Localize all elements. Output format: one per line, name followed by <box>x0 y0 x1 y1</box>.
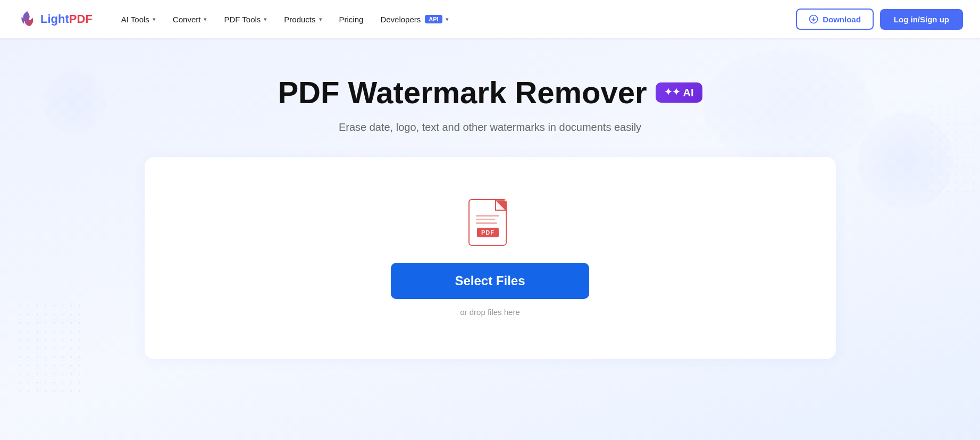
api-badge: API <box>425 15 442 23</box>
chevron-down-icon: ▾ <box>446 16 449 23</box>
hero-section: PDF Watermark Remover ✦✦ AI Erase date, … <box>0 38 980 440</box>
navbar: LightPDF AI Tools ▾ Convert ▾ PDF Tools … <box>0 0 980 38</box>
page-title: PDF Watermark Remover ✦✦ AI <box>278 76 702 110</box>
nav-item-pricing[interactable]: Pricing <box>332 11 371 28</box>
page-header: PDF Watermark Remover ✦✦ AI Erase date, … <box>278 38 702 134</box>
logo-icon <box>17 9 37 29</box>
dots-grid-right <box>927 102 980 209</box>
chevron-down-icon: ▾ <box>204 16 207 23</box>
nav-items: AI Tools ▾ Convert ▾ PDF Tools ▾ Product… <box>114 11 796 28</box>
login-button[interactable]: Log in/Sign up <box>880 9 963 30</box>
chevron-down-icon: ▾ <box>264 16 267 23</box>
chevron-down-icon: ▾ <box>319 16 322 23</box>
logo-text: LightPDF <box>40 12 93 26</box>
nav-item-convert[interactable]: Convert ▾ <box>165 11 215 28</box>
drop-zone[interactable]: PDF Select Files or drop files here <box>145 157 836 359</box>
pdf-file-icon: PDF <box>468 199 511 250</box>
pdf-line-3 <box>476 222 497 224</box>
pdf-label: PDF <box>477 228 499 237</box>
nav-item-ai-tools[interactable]: AI Tools ▾ <box>114 11 163 28</box>
download-button[interactable]: Download <box>796 9 874 30</box>
page-subtitle: Erase date, logo, text and other waterma… <box>278 121 702 134</box>
drop-inner: PDF Select Files or drop files here <box>370 167 610 348</box>
drop-hint: or drop files here <box>460 308 520 317</box>
nav-item-pdf-tools[interactable]: PDF Tools ▾ <box>216 11 274 28</box>
pdf-line-2 <box>476 219 495 220</box>
blob-decoration-1 <box>703 49 874 166</box>
nav-item-developers[interactable]: Developers API ▾ <box>373 11 456 28</box>
sparkle-icon: ✦✦ <box>664 87 680 98</box>
chevron-down-icon: ▾ <box>153 16 156 23</box>
blob-decoration-2 <box>858 113 953 209</box>
logo[interactable]: LightPDF <box>17 9 93 29</box>
blob-decoration-3 <box>43 70 106 134</box>
dots-grid-left <box>16 302 80 397</box>
select-files-button[interactable]: Select Files <box>391 263 589 299</box>
pdf-line-1 <box>476 215 499 217</box>
download-icon <box>809 14 818 24</box>
ai-badge: ✦✦ AI <box>656 82 702 103</box>
nav-item-products[interactable]: Products ▾ <box>277 11 329 28</box>
nav-actions: Download Log in/Sign up <box>796 9 963 30</box>
